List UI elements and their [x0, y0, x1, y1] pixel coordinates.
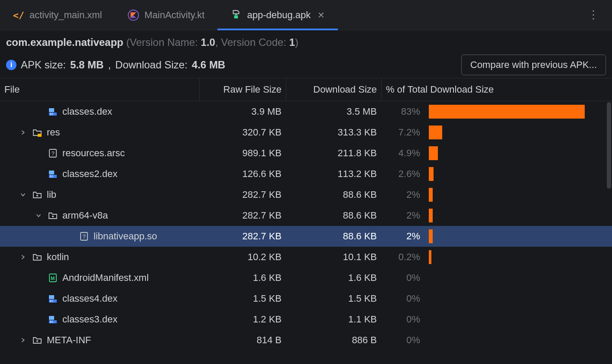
file-name: META-INF: [47, 335, 91, 346]
raw-size: 989.1 KB: [199, 148, 286, 159]
pct-bar: [424, 205, 606, 226]
svg-rect-23: [49, 316, 54, 320]
file-cell: ?libnativeapp.so: [0, 231, 199, 242]
tab-activity-main[interactable]: </> activity_main.xml: [0, 0, 115, 30]
chevron-right-icon[interactable]: [18, 337, 28, 343]
table-row[interactable]: arm64-v8a282.7 KB88.6 KB2%: [0, 205, 612, 226]
chevron-right-icon[interactable]: [18, 129, 28, 135]
file-name: res: [47, 127, 60, 138]
pct-bar: [424, 184, 606, 205]
file-name: classes3.dex: [62, 314, 117, 325]
file-cell: kotlin: [0, 251, 199, 263]
file-name: resources.arsc: [62, 148, 125, 159]
file-type-icon: ?: [79, 231, 89, 242]
table-row[interactable]: kotlin10.2 KB10.1 KB0.2%: [0, 247, 612, 267]
download-size: 211.8 KB: [286, 148, 381, 159]
file-type-icon: 01: [48, 169, 58, 179]
download-size: 1.5 KB: [286, 293, 381, 304]
pct-download: 0%: [381, 314, 424, 325]
file-name: libnativeapp.so: [94, 231, 157, 242]
svg-text:</>: </>: [13, 10, 24, 20]
tab-app-debug-apk[interactable]: app-debug.apk ✕: [217, 0, 338, 30]
download-size: 10.1 KB: [286, 251, 381, 263]
chevron-down-icon[interactable]: [34, 213, 43, 219]
close-icon[interactable]: ✕: [317, 10, 325, 20]
svg-text:?: ?: [52, 151, 55, 157]
pct-download: 4.9%: [381, 148, 424, 159]
file-cell: MAndroidManifest.xml: [0, 272, 199, 283]
pct-download: 2%: [381, 231, 424, 242]
pct-bar: [424, 330, 606, 351]
file-cell: arm64-v8a: [0, 210, 199, 221]
raw-size: 814 B: [199, 335, 286, 346]
scrollbar[interactable]: [606, 101, 612, 364]
col-file[interactable]: File: [0, 84, 199, 95]
raw-size: 282.7 KB: [199, 189, 286, 200]
download-size: 313.3 KB: [286, 127, 381, 138]
pct-download: 0.2%: [381, 251, 424, 263]
file-cell: ?resources.arsc: [0, 148, 199, 159]
file-type-icon: [48, 210, 58, 221]
col-download-size[interactable]: Download Size: [286, 78, 381, 101]
pct-bar: [424, 267, 606, 288]
file-cell: 01classes4.dex: [0, 293, 199, 304]
download-size: 88.6 KB: [286, 189, 381, 200]
chevron-down-icon[interactable]: [18, 192, 28, 198]
tab-main-activity[interactable]: MainActivity.kt: [115, 0, 217, 30]
file-name: classes.dex: [62, 106, 112, 117]
table-row[interactable]: 01classes4.dex1.5 KB1.5 KB0%: [0, 288, 612, 309]
raw-size: 10.2 KB: [199, 251, 286, 263]
download-size: 3.5 MB: [286, 106, 381, 117]
file-table: 01classes.dex3.9 MB3.5 MB83%res320.7 KB3…: [0, 101, 612, 364]
col-raw-size[interactable]: Raw File Size: [199, 78, 286, 101]
col-pct-download[interactable]: % of Total Download Size: [381, 78, 606, 101]
table-row[interactable]: res320.7 KB313.3 KB7.2%: [0, 122, 612, 143]
file-type-icon: ?: [48, 148, 58, 158]
xml-tag-icon: </>: [13, 10, 24, 21]
svg-point-26: [36, 340, 38, 342]
pct-download: 0%: [381, 272, 424, 283]
file-type-icon: [32, 335, 42, 345]
raw-size: 282.7 KB: [199, 210, 286, 221]
table-row[interactable]: 01classes2.dex126.6 KB113.2 KB2.6%: [0, 164, 612, 184]
table-row[interactable]: META-INF814 B886 B0%: [0, 330, 612, 351]
download-size: 88.6 KB: [286, 231, 381, 242]
svg-point-3: [237, 15, 238, 16]
file-name: kotlin: [47, 251, 69, 263]
pct-bar: [424, 247, 606, 267]
pct-download: 0%: [381, 335, 424, 346]
table-row[interactable]: ?libnativeapp.so282.7 KB88.6 KB2%: [0, 226, 612, 247]
table-row[interactable]: MAndroidManifest.xml1.6 KB1.6 KB0%: [0, 267, 612, 288]
download-size: 1.6 KB: [286, 272, 381, 283]
chevron-right-icon[interactable]: [18, 254, 28, 260]
download-size: 113.2 KB: [286, 168, 381, 180]
pct-bar: [424, 122, 606, 143]
file-name: arm64-v8a: [62, 210, 108, 221]
file-type-icon: 01: [48, 314, 58, 325]
file-name: AndroidManifest.xml: [62, 272, 149, 283]
table-row[interactable]: lib282.7 KB88.6 KB2%: [0, 184, 612, 205]
svg-rect-20: [49, 295, 54, 299]
table-row[interactable]: ?resources.arsc989.1 KB211.8 KB4.9%: [0, 143, 612, 164]
file-cell: lib: [0, 189, 199, 200]
file-type-icon: 01: [48, 106, 58, 117]
svg-point-2: [235, 15, 236, 16]
svg-text:01: 01: [50, 300, 53, 303]
compare-apk-button[interactable]: Compare with previous APK...: [461, 55, 606, 75]
apk-icon: [230, 10, 242, 21]
pct-bar: [424, 309, 606, 330]
table-row[interactable]: 01classes3.dex1.2 KB1.1 KB0%: [0, 309, 612, 330]
table-row[interactable]: 01classes.dex3.9 MB3.5 MB83%: [0, 101, 612, 122]
pct-download: 0%: [381, 293, 424, 304]
package-line: com.example.nativeapp (Version Name: 1.0…: [6, 36, 606, 48]
svg-text:01: 01: [50, 113, 53, 116]
kotlin-icon: [128, 10, 139, 21]
svg-point-13: [36, 195, 38, 196]
tab-overflow-menu[interactable]: ⋮: [580, 0, 608, 30]
size-line: i APK size: 5.8 MB, Download Size: 4.6 M…: [6, 59, 225, 71]
file-name: classes4.dex: [62, 293, 117, 304]
file-cell: res: [0, 127, 199, 138]
pct-bar: [424, 164, 606, 184]
svg-text:M: M: [51, 276, 55, 281]
scrollbar-thumb[interactable]: [607, 102, 611, 189]
